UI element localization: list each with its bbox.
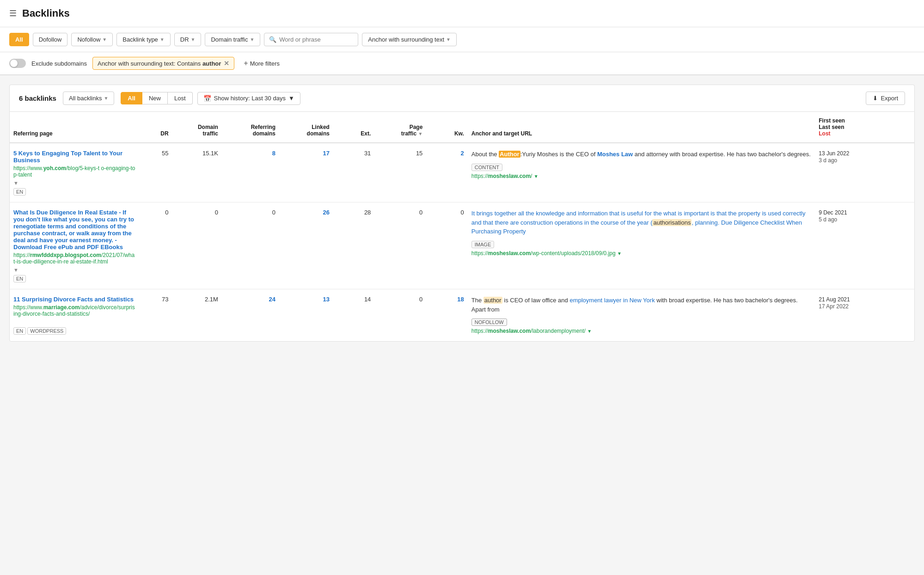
- page-title-link[interactable]: 11 Surprising Divorce Facts and Statisti…: [13, 296, 135, 303]
- search-input[interactable]: [279, 36, 353, 43]
- filter-nofollow-button[interactable]: Nofollow ▼: [71, 33, 113, 46]
- tab-new[interactable]: New: [142, 92, 168, 104]
- col-referring-domains[interactable]: Referringdomains: [222, 112, 279, 143]
- first-seen-cell: 9 Dec 2021 5 d ago: [815, 202, 914, 289]
- anchor-cell: It brings together all the knowledge and…: [468, 202, 815, 289]
- expand-url-button[interactable]: ▼: [13, 267, 18, 273]
- tag-badge: NOFOLLOW: [471, 318, 507, 326]
- dr-cell: 73: [139, 289, 172, 342]
- linked-domains-value[interactable]: 13: [323, 296, 329, 303]
- dr-value: 73: [162, 296, 168, 303]
- referring-domains-value: 0: [272, 209, 275, 216]
- col-dr[interactable]: DR: [139, 112, 172, 143]
- col-ext[interactable]: Ext.: [333, 112, 374, 143]
- ext-cell: 28: [333, 202, 374, 289]
- domain-traffic-cell: 2.1M: [172, 289, 222, 342]
- table-row: 5 Keys to Engaging Top Talent to Your Bu…: [10, 143, 914, 202]
- kw-value: 0: [461, 209, 464, 216]
- referring-domains-value[interactable]: 8: [272, 150, 275, 157]
- kw-value[interactable]: 18: [457, 296, 464, 303]
- exclude-subdomains-toggle[interactable]: [9, 59, 26, 68]
- domain-traffic-value: 2.1M: [205, 296, 218, 303]
- show-history-button[interactable]: 📅 Show history: Last 30 days ▼: [197, 92, 300, 105]
- backlinks-table-container: Referring page DR Domaintraffic Referrin…: [9, 111, 915, 342]
- backlinks-count: 6 backlinks: [19, 94, 56, 102]
- anchor-highlight: Author: [499, 151, 520, 158]
- anchor-cell: About the Author:Yuriy Moshes is the CEO…: [468, 143, 815, 202]
- target-url-link[interactable]: https://mosheslaw.com/ ▼: [471, 173, 811, 179]
- filter-all-button[interactable]: All: [9, 33, 29, 46]
- page-title-link[interactable]: 5 Keys to Engaging Top Talent to Your Bu…: [13, 150, 135, 164]
- referring-domains-cell: 0: [222, 202, 279, 289]
- header: ☰ Backlinks: [0, 0, 924, 27]
- backlink-type-chevron-icon: ▼: [160, 37, 165, 42]
- page-title-link[interactable]: What Is Due Diligence In Real Estate - I…: [13, 209, 135, 251]
- col-linked-domains[interactable]: Linkeddomains: [279, 112, 333, 143]
- remove-filter-button[interactable]: ✕: [224, 60, 229, 67]
- export-button[interactable]: ⬇ Export: [866, 92, 905, 105]
- col-referring-page: Referring page: [10, 112, 139, 143]
- linked-domains-value[interactable]: 26: [323, 209, 329, 216]
- search-icon: 🔍: [269, 36, 276, 43]
- page-url[interactable]: https://www.yoh.com/blog/5-keys-t o-enga…: [13, 165, 135, 178]
- lang-tag: EN: [13, 327, 26, 335]
- filter-anchor-button[interactable]: Anchor with surrounding text ▼: [362, 33, 457, 46]
- anchor-link[interactable]: Moshes Law: [597, 151, 633, 158]
- tab-lost[interactable]: Lost: [168, 92, 193, 104]
- col-page-traffic[interactable]: Pagetraffic ▼: [374, 112, 426, 143]
- history-chevron-icon: ▼: [288, 95, 294, 102]
- lang-tag: EN: [13, 188, 26, 196]
- anchor-full-link[interactable]: It brings together all the knowledge and…: [471, 210, 806, 235]
- menu-icon[interactable]: ☰: [9, 8, 17, 18]
- col-domain-traffic[interactable]: Domaintraffic: [172, 112, 222, 143]
- target-url-dropdown-icon[interactable]: ▼: [587, 329, 592, 334]
- domain-traffic-value: 0: [215, 209, 218, 216]
- anchor-text: It brings together all the knowledge and…: [471, 209, 811, 236]
- linked-domains-cell: 13: [279, 289, 333, 342]
- first-seen-date: 9 Dec 2021: [819, 209, 847, 216]
- tab-all[interactable]: All: [121, 92, 142, 104]
- backlinks-toolbar: 6 backlinks All backlinks ▼ All New Lost…: [9, 85, 915, 111]
- target-url-dropdown-icon[interactable]: ▼: [617, 251, 622, 256]
- filter-dofollow-button[interactable]: Dofollow: [33, 33, 68, 46]
- lang-tag-2: WORDPRESS: [27, 327, 66, 335]
- all-backlinks-button[interactable]: All backlinks ▼: [63, 92, 114, 105]
- nofollow-chevron-icon: ▼: [102, 37, 107, 42]
- table-row: What Is Due Diligence In Real Estate - I…: [10, 202, 914, 289]
- filter-dr-button[interactable]: DR ▼: [174, 33, 202, 46]
- dr-cell: 55: [139, 143, 172, 202]
- anchor-chevron-icon: ▼: [446, 37, 451, 42]
- target-url-dropdown-icon[interactable]: ▼: [534, 174, 538, 179]
- toggle-thumb: [10, 60, 18, 67]
- ext-cell: 14: [333, 289, 374, 342]
- target-url-link[interactable]: https://mosheslaw.com/laborandemployment…: [471, 328, 811, 334]
- table-row: 11 Surprising Divorce Facts and Statisti…: [10, 289, 914, 342]
- anchor-link[interactable]: employment lawyer in New York: [569, 297, 655, 304]
- page-traffic-value: 0: [419, 296, 422, 303]
- kw-value[interactable]: 2: [461, 150, 464, 157]
- all-backlinks-chevron-icon: ▼: [104, 96, 108, 101]
- referring-page-cell: What Is Due Diligence In Real Estate - I…: [10, 202, 139, 289]
- kw-cell: 2: [426, 143, 467, 202]
- linked-domains-value[interactable]: 17: [323, 150, 329, 157]
- filter-domain-traffic-button[interactable]: Domain traffic ▼: [205, 33, 260, 46]
- kw-cell: 0: [426, 202, 467, 289]
- referring-domains-value[interactable]: 24: [269, 296, 275, 303]
- col-kw[interactable]: Kw.: [426, 112, 467, 143]
- first-seen-cell: 13 Jun 2022 3 d ago: [815, 143, 914, 202]
- filter-backlink-type-button[interactable]: Backlink type ▼: [116, 33, 171, 46]
- col-anchor: Anchor and target URL: [468, 112, 815, 143]
- tag-badge: IMAGE: [471, 241, 494, 248]
- page-url[interactable]: https://rmwfdddxpp.blogspot.com/2021/07/…: [13, 252, 135, 265]
- last-seen-ago: 5 d ago: [819, 216, 837, 223]
- target-url-link[interactable]: https://mosheslaw.com/wp-content/uploads…: [471, 250, 811, 257]
- referring-domains-cell: 8: [222, 143, 279, 202]
- page-url[interactable]: https://www.marriage.com/advice/divorce/…: [13, 304, 135, 317]
- expand-url-button[interactable]: ▼: [13, 180, 18, 186]
- more-filters-button[interactable]: + More filters: [240, 57, 283, 69]
- domain-traffic-value: 15.1K: [202, 150, 218, 157]
- calendar-icon: 📅: [203, 95, 211, 102]
- referring-domains-cell: 24: [222, 289, 279, 342]
- ext-cell: 31: [333, 143, 374, 202]
- backlinks-table: Referring page DR Domaintraffic Referrin…: [10, 112, 914, 341]
